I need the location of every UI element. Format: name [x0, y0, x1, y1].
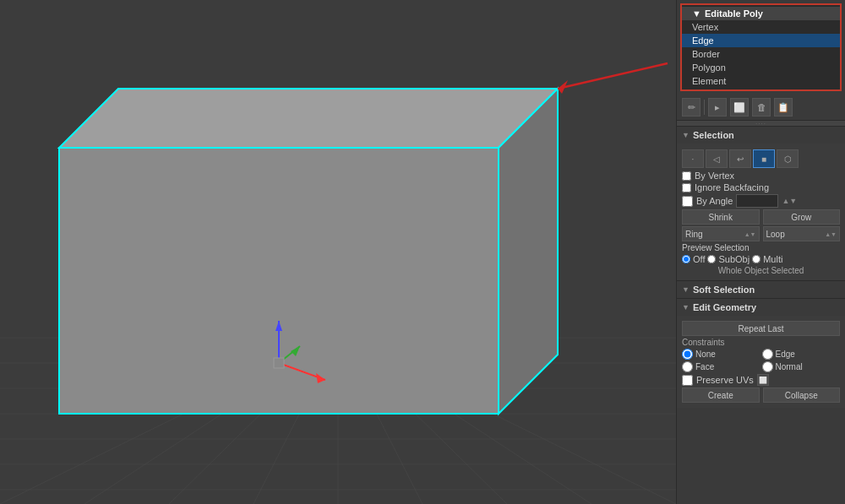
svg-rect-22 [274, 358, 284, 368]
toolbar-icons-row: ✏ ▸ ⬜ 🗑 📋 [677, 95, 845, 121]
edit-geometry-section: ▼ Edit Geometry Repeat Last Constraints … [677, 298, 845, 408]
preserve-uvs-label: Preserve UVs [696, 375, 754, 385]
sel-btn-poly[interactable]: ■ [753, 149, 775, 168]
selection-header[interactable]: ▼ Selection [677, 127, 845, 144]
ring-spinner[interactable]: ▲▼ [744, 231, 756, 237]
modifier-editable-poly[interactable]: ▼ Editable Poly [682, 7, 840, 20]
preview-subobj-label: SubObj [718, 254, 750, 264]
preview-selection-label: Preview Selection [682, 243, 840, 252]
edit-geometry-header[interactable]: ▼ Edit Geometry [677, 299, 845, 316]
soft-selection-arrow: ▼ [682, 285, 690, 294]
selection-title: Selection [693, 130, 734, 140]
preview-multi-radio[interactable] [752, 255, 760, 263]
ignore-backfacing-checkbox[interactable] [682, 183, 691, 192]
tool-select[interactable]: ▸ [708, 98, 727, 117]
constraint-none-radio[interactable] [682, 349, 693, 360]
constraints-label: Constraints [682, 338, 840, 347]
sel-btn-element[interactable]: ⬡ [777, 149, 799, 168]
ignore-backfacing-row: Ignore Backfacing [682, 182, 840, 192]
constraint-edge: Edge [762, 349, 841, 360]
constraint-face: Face [682, 361, 760, 372]
modifier-dropdown[interactable]: ▼ Editable Poly Vertex Edge Border Polyg… [680, 3, 842, 91]
preview-subobj-radio[interactable] [707, 255, 716, 263]
constraints-grid: None Edge Face Normal [682, 349, 840, 372]
constraint-normal-radio[interactable] [762, 361, 773, 372]
dropdown-arrow: ▼ [692, 8, 701, 19]
edit-geometry-content: Repeat Last Constraints None Edge Face [677, 316, 845, 408]
cube-front [59, 148, 499, 414]
edit-geometry-arrow: ▼ [682, 303, 690, 312]
whole-object-label: Whole Object Selected [682, 266, 840, 275]
constraint-normal: Normal [762, 361, 841, 372]
constraint-face-label: Face [695, 362, 714, 371]
red-arrow [558, 63, 668, 94]
by-vertex-row: By Vertex [682, 171, 840, 181]
modifier-edge[interactable]: Edge [682, 34, 840, 47]
loop-spinner[interactable]: ▲▼ [825, 231, 837, 237]
modifier-vertex[interactable]: Vertex [682, 20, 840, 34]
create-collapse-row: Create Collapse [682, 387, 840, 403]
selection-content: · ◁ ↩ ■ ⬡ By Vertex Ignore Backfacing By… [677, 144, 845, 280]
sel-btn-edge[interactable]: ↩ [729, 149, 751, 168]
ring-loop-row: Ring ▲▼ Loop ▲▼ [682, 226, 840, 241]
selection-arrow: ▼ [682, 131, 690, 139]
modifier-polygon[interactable]: Polygon [682, 61, 840, 74]
preserve-uvs-row: Preserve UVs ⬜ [682, 374, 840, 386]
ignore-backfacing-label: Ignore Backfacing [695, 182, 769, 192]
cube-top [59, 89, 558, 148]
shrink-button[interactable]: Shrink [682, 209, 760, 225]
selection-mode-buttons: · ◁ ↩ ■ ⬡ [682, 149, 840, 168]
tool-pencil[interactable]: ✏ [682, 98, 701, 117]
by-angle-input[interactable]: 45,0 [736, 194, 778, 208]
by-vertex-checkbox[interactable] [682, 171, 691, 181]
shrink-grow-row: Shrink Grow [682, 209, 840, 225]
preview-multi-label: Multi [763, 254, 782, 264]
tool-properties[interactable]: 📋 [774, 98, 793, 117]
soft-selection-header[interactable]: ▼ Soft Selection [677, 281, 845, 298]
preview-off-label: Off [693, 254, 705, 264]
constraint-edge-radio[interactable] [762, 349, 773, 360]
grow-button[interactable]: Grow [763, 209, 841, 225]
soft-selection-title: Soft Selection [693, 285, 755, 295]
sel-btn-dot[interactable]: · [682, 149, 704, 168]
soft-selection-section: ▼ Soft Selection [677, 280, 845, 298]
svg-line-23 [558, 63, 668, 89]
constraint-face-radio[interactable] [682, 361, 693, 372]
by-vertex-label: By Vertex [695, 171, 734, 181]
preserve-uvs-icon[interactable]: ⬜ [757, 374, 769, 386]
modifier-border[interactable]: Border [682, 47, 840, 61]
tool-delete[interactable]: 🗑 [752, 98, 771, 117]
collapse-button[interactable]: Collapse [763, 387, 841, 403]
viewport[interactable] [0, 0, 676, 504]
selection-section: ▼ Selection · ◁ ↩ ■ ⬡ By Vertex Ignore B… [677, 126, 845, 280]
constraint-none-label: None [695, 350, 716, 359]
modifier-element[interactable]: Element [682, 74, 840, 88]
right-panel: ▼ Editable Poly Vertex Edge Border Polyg… [676, 0, 845, 504]
preserve-uvs-checkbox[interactable] [682, 375, 693, 386]
preview-radio-row: Off SubObj Multi [682, 254, 840, 264]
by-angle-row: By Angle 45,0 ▲▼ [682, 194, 840, 208]
repeat-last-button[interactable]: Repeat Last [682, 321, 840, 336]
constraint-edge-label: Edge [776, 350, 795, 359]
by-angle-label: By Angle [696, 196, 733, 206]
ring-button[interactable]: Ring ▲▼ [682, 226, 760, 241]
create-button[interactable]: Create [682, 387, 760, 403]
constraint-none: None [682, 349, 760, 360]
constraint-normal-label: Normal [776, 362, 803, 371]
preview-off-radio[interactable] [682, 255, 690, 263]
edit-geometry-title: Edit Geometry [693, 302, 756, 312]
loop-button[interactable]: Loop ▲▼ [763, 226, 841, 241]
sel-btn-vertex[interactable]: ◁ [706, 149, 728, 168]
by-angle-spinner[interactable]: ▲▼ [782, 197, 797, 205]
tool-box-select[interactable]: ⬜ [730, 98, 749, 117]
scene-svg [0, 0, 676, 504]
by-angle-checkbox[interactable] [682, 196, 693, 207]
separator-1 [704, 100, 705, 115]
